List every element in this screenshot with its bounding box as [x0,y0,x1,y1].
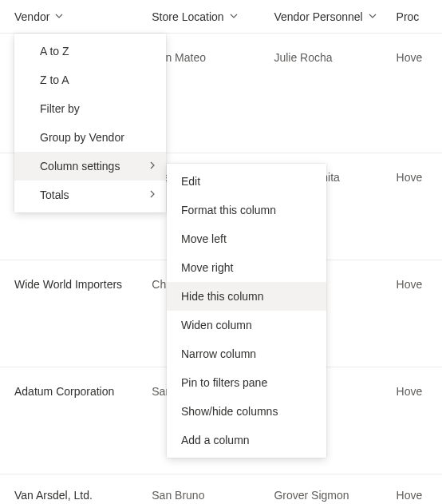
cell-store: San Bruno [152,489,274,502]
chevron-down-icon [368,11,377,22]
menu-item-hide-column[interactable]: Hide this column [167,282,326,311]
menu-item-group-by[interactable]: Group by Vendor [14,123,166,152]
column-header-label: Vendor Personnel [274,10,362,23]
menu-item-label: Widen column [181,319,252,331]
cell-extra: Hove [397,278,442,291]
column-context-menu: A to Z Z to A Filter by Group by Vendor … [14,34,166,212]
menu-item-label: Z to A [40,73,69,86]
menu-item-label: Format this column [181,204,276,216]
menu-item-label: Group by Vendor [40,131,124,144]
cell-extra: Hove [397,171,442,184]
column-settings-submenu: Edit Format this column Move left Move r… [167,164,326,458]
menu-item-label: Move left [181,232,227,245]
menu-item-totals[interactable]: Totals [14,181,166,209]
column-header-label: Vendor [14,10,49,23]
menu-item-narrow-column[interactable]: Narrow column [167,339,326,368]
cell-extra: Hove [397,489,442,502]
menu-item-edit[interactable]: Edit [167,167,326,196]
menu-item-label: Filter by [40,102,80,115]
menu-item-add-column[interactable]: Add a column [167,426,326,454]
menu-item-sort-az[interactable]: A to Z [14,37,166,65]
chevron-down-icon [54,11,64,22]
menu-item-show-hide-columns[interactable]: Show/hide columns [167,397,326,426]
chevron-right-icon [148,190,156,200]
menu-item-pin-filters[interactable]: Pin to filters pane [167,368,326,397]
menu-item-label: Hide this column [181,290,264,303]
menu-item-column-settings[interactable]: Column settings [14,152,166,181]
menu-item-move-left[interactable]: Move left [167,224,326,253]
chevron-down-icon [229,11,239,22]
table-row[interactable]: Van Arsdel, Ltd. San Bruno Grover Sigmon… [0,474,442,504]
menu-item-label: A to Z [40,45,69,58]
menu-item-label: Totals [40,189,69,201]
menu-item-filter-by[interactable]: Filter by [14,94,166,123]
menu-item-label: Edit [181,175,200,188]
menu-item-label: Narrow column [181,347,256,360]
column-header-personnel[interactable]: Vendor Personnel [274,10,396,23]
cell-vendor: Wide World Importers [14,278,152,291]
menu-item-label: Add a column [181,434,250,446]
column-header-extra[interactable]: Proc [397,10,442,23]
column-header-store[interactable]: Store Location [152,10,274,23]
menu-item-move-right[interactable]: Move right [167,253,326,282]
menu-item-label: Column settings [40,160,120,173]
menu-item-label: Pin to filters pane [181,376,267,389]
column-header-label: Proc [397,10,420,23]
cell-extra: Hove [397,51,442,64]
cell-store: San Mateo [152,51,274,64]
menu-item-sort-za[interactable]: Z to A [14,65,166,94]
menu-item-format-column[interactable]: Format this column [167,196,326,224]
column-header-label: Store Location [152,10,223,23]
menu-item-widen-column[interactable]: Widen column [167,311,326,339]
menu-item-label: Show/hide columns [181,405,278,418]
menu-item-label: Move right [181,261,233,274]
chevron-right-icon [148,161,156,171]
column-header-row: Vendor Store Location Vendor Personnel P… [0,0,442,34]
cell-personnel: Grover Sigmon [274,489,396,502]
cell-extra: Hove [397,385,442,398]
cell-personnel: Julie Rocha [274,51,396,64]
column-header-vendor[interactable]: Vendor [14,10,152,23]
cell-vendor: Adatum Corporation [14,385,152,398]
cell-vendor: Van Arsdel, Ltd. [14,489,152,502]
